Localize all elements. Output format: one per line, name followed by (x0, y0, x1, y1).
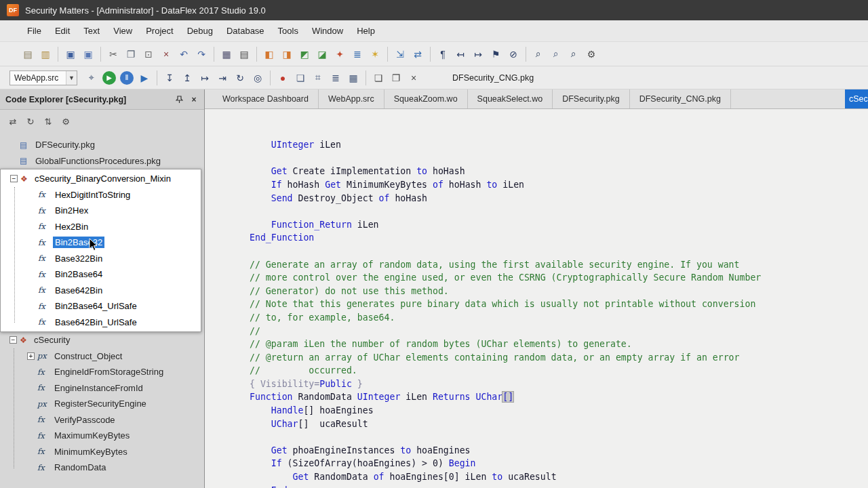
debug-output-window-icon[interactable]: ❏ (292, 70, 309, 86)
stop-debugging-icon[interactable]: ● (274, 70, 292, 86)
collapse-icon[interactable]: − (10, 175, 18, 182)
menu-tools[interactable]: Tools (271, 22, 305, 39)
run-to-cursor-icon[interactable]: ⇥ (214, 70, 231, 86)
tool-options-icon[interactable]: ⚙ (583, 46, 600, 62)
refresh-icon[interactable]: ↻ (23, 114, 38, 129)
tab-workspace-dashboard[interactable]: Workspace Dashboard (213, 89, 319, 108)
menu-view[interactable]: View (106, 22, 139, 39)
chevron-down-icon[interactable]: ▼ (66, 71, 77, 85)
search-icon[interactable]: ⌕ (530, 46, 547, 62)
tree-item-EngineInstanceFromId[interactable]: fxEngineInstanceFromId (0, 380, 204, 396)
step-into-icon[interactable]: ↧ (161, 70, 178, 86)
menu-file[interactable]: File (20, 22, 48, 39)
pause-icon[interactable]: Ⅱ (120, 71, 134, 85)
collapse-icon[interactable]: − (9, 336, 17, 344)
tree-item-GlobalFunctionsProcedures.pkg[interactable]: ▤GlobalFunctionsProcedures.pkg (0, 153, 204, 169)
tab-squeakselect-wo[interactable]: SqueakSelect.wo (468, 89, 553, 108)
tree-item-Base322Bin[interactable]: fxBase322Bin (1, 251, 201, 267)
new-web-object-icon[interactable]: ◧ (260, 46, 278, 62)
code-editor[interactable]: UInteger iLen Get Create iImplementation… (205, 109, 868, 488)
cascade-windows-icon[interactable]: ❏ (370, 70, 387, 86)
tree-item-Base642Bin_UrlSafe[interactable]: fxBase642Bin_UrlSafe (1, 314, 201, 331)
tree-item-RegisterSecurityEngine[interactable]: pxRegisterSecurityEngine (0, 396, 204, 412)
import-icon[interactable]: ⇲ (391, 46, 409, 62)
explorer-options-icon[interactable]: ⚙ (58, 114, 73, 129)
zoom-icon[interactable]: ⌕ (565, 46, 583, 62)
print-icon[interactable]: ▤ (235, 46, 253, 62)
undo-icon[interactable]: ↶ (175, 46, 193, 62)
restart-icon[interactable]: ↻ (231, 70, 249, 86)
tab-squeakzoom-wo[interactable]: SqueakZoom.wo (384, 89, 468, 108)
close-all-windows-icon[interactable]: × (405, 70, 422, 86)
save-icon[interactable]: ▣ (62, 46, 79, 62)
new-report-icon[interactable]: ◩ (296, 46, 313, 62)
step-over-icon[interactable]: ↦ (196, 70, 214, 86)
tab-webapp-src[interactable]: WebApp.src (319, 89, 384, 108)
find-in-files-icon[interactable]: ⌕ (547, 46, 565, 62)
tree-item-Bin2Base64[interactable]: fxBin2Base64 (1, 266, 201, 283)
menu-text[interactable]: Text (77, 22, 106, 39)
tree-item-Bin2Base64_UrlSafe[interactable]: fxBin2Base64_UrlSafe (1, 298, 201, 314)
expand-icon[interactable]: + (27, 352, 35, 360)
locate-in-explorer-icon[interactable]: ⌖ (83, 70, 100, 86)
menu-help[interactable]: Help (350, 22, 382, 39)
navigate-forward-icon[interactable]: ↦ (469, 46, 487, 62)
track-selection-icon[interactable]: ⇄ (5, 114, 20, 129)
menu-window[interactable]: Window (305, 22, 350, 39)
delete-icon[interactable]: × (157, 46, 175, 62)
run-icon[interactable]: ▶ (102, 71, 116, 85)
step-out-icon[interactable]: ↥ (178, 70, 196, 86)
tree-item-MaximumKeyBytes[interactable]: fxMaximumKeyBytes (0, 428, 204, 444)
tree-item-Hex2Bin[interactable]: fxHex2Bin (1, 219, 201, 235)
wizard-icon[interactable]: ✶ (366, 46, 384, 62)
tab-dfsecurity-cng-pkg[interactable]: DFSecurity_CNG.pkg (630, 89, 731, 108)
tree-item-cSecurity_BinaryConversion_Mixin[interactable]: −❖cSecurity_BinaryConversion_Mixin (1, 171, 201, 187)
clear-bookmarks-icon[interactable]: ⊘ (505, 46, 522, 62)
connect-icon[interactable]: ⇄ (409, 46, 427, 62)
new-file-icon[interactable]: ▤ (19, 46, 37, 62)
open-file-icon[interactable]: ▥ (37, 46, 54, 62)
tab-dfsecurity-pkg[interactable]: DFSecurity.pkg (553, 89, 630, 108)
menu-edit[interactable]: Edit (48, 22, 77, 39)
tile-windows-icon[interactable]: ❐ (387, 70, 405, 86)
menu-database[interactable]: Database (220, 22, 271, 39)
tree-item-MinimumKeyBytes[interactable]: fxMinimumKeyBytes (0, 444, 204, 460)
tree-item-EngineIdFromStorageString[interactable]: fxEngineIdFromStorageString (0, 364, 204, 380)
lock-icon[interactable]: ⊡ (140, 46, 157, 62)
step-icon[interactable]: ▶ (136, 70, 153, 86)
properties-icon[interactable]: ▦ (218, 46, 235, 62)
code-line-17: // @return an array of UChar elements co… (250, 351, 868, 365)
call-stack-window-icon[interactable]: ≣ (327, 70, 344, 86)
tab-active-partial[interactable]: cSec (845, 89, 868, 108)
cut-icon[interactable]: ✂ (104, 46, 122, 62)
tree-item-DFSecurity.pkg[interactable]: ▤DFSecurity.pkg (0, 137, 204, 153)
menu-project[interactable]: Project (139, 22, 180, 39)
target-icon[interactable]: ◎ (249, 70, 267, 86)
target-file-combo[interactable]: WebApp.src ▼ (9, 70, 77, 85)
library-icon[interactable]: ≣ (349, 46, 366, 62)
close-icon[interactable]: × (188, 94, 200, 106)
new-dashboard-icon[interactable]: ◪ (313, 46, 331, 62)
navigate-back-icon[interactable]: ↤ (452, 46, 469, 62)
tree-item-cSecurity[interactable]: −❖cSecurity (0, 332, 204, 348)
code-explorer-header[interactable]: Code Explorer [cSecurity.pkg] × (0, 89, 204, 110)
locals-window-icon[interactable]: ▦ (344, 70, 362, 86)
sort-icon[interactable]: ⇅ (41, 114, 56, 129)
save-all-icon[interactable]: ▣ (79, 46, 97, 62)
pin-icon[interactable] (173, 94, 185, 106)
tree-item-RandomData[interactable]: fxRandomData (0, 460, 204, 476)
menu-debug[interactable]: Debug (180, 22, 220, 39)
copy-icon[interactable]: ❐ (122, 46, 140, 62)
bookmark-icon[interactable]: ⚑ (487, 46, 505, 62)
watch-window-icon[interactable]: ⌗ (309, 70, 327, 86)
tree-item-Bin2Base32[interactable]: fxBin2Base32 (1, 235, 201, 251)
new-view-icon[interactable]: ◨ (278, 46, 296, 62)
tree-item-Bin2Hex[interactable]: fxBin2Hex (1, 203, 201, 219)
tree-item-Base642Bin[interactable]: fxBase642Bin (1, 283, 201, 299)
new-class-icon[interactable]: ✦ (331, 46, 349, 62)
tree-item-VerifyPasscode[interactable]: fxVerifyPasscode (0, 412, 204, 428)
tree-item-Construct_Object[interactable]: +pxConstruct_Object (0, 348, 204, 365)
tree-item-HexDigitIntToString[interactable]: fxHexDigitIntToString (1, 187, 201, 203)
goto-definition-icon[interactable]: ¶ (434, 46, 452, 62)
redo-icon[interactable]: ↷ (193, 46, 210, 62)
